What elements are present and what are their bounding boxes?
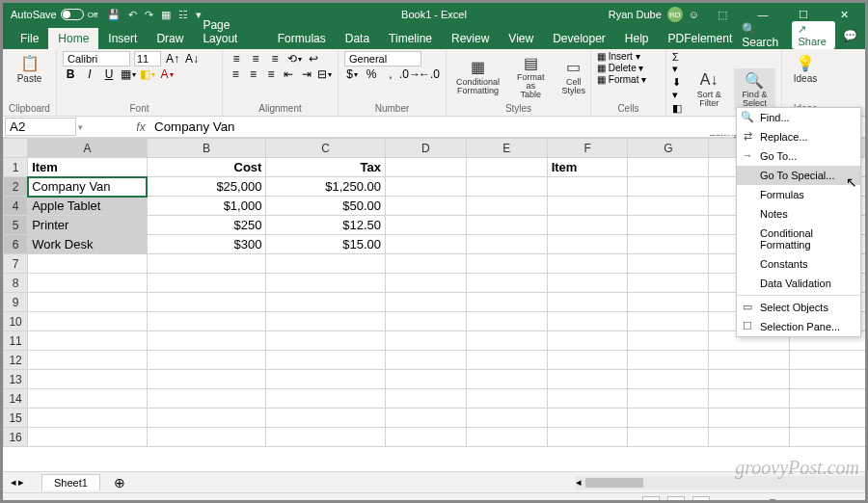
row-header-7[interactable]: 7 <box>4 254 28 274</box>
menu-item-select-objects[interactable]: ▭Select Objects <box>737 298 860 317</box>
cell-F7[interactable] <box>547 254 628 274</box>
cell-F2[interactable] <box>547 177 628 197</box>
fx-icon[interactable]: fx <box>131 120 150 134</box>
row-header-8[interactable]: 8 <box>4 274 28 293</box>
display-settings-button[interactable]: 🖥 Display Settings <box>545 498 635 504</box>
cell-C9[interactable] <box>266 293 386 312</box>
cell-F11[interactable] <box>547 331 628 351</box>
cell-C14[interactable] <box>266 389 386 409</box>
cell-C1[interactable]: Tax <box>266 158 386 177</box>
cell-F10[interactable] <box>547 312 628 331</box>
cell-D10[interactable] <box>386 312 467 331</box>
menu-item-formulas[interactable]: Formulas <box>737 185 860 204</box>
cell-I12[interactable] <box>790 351 865 370</box>
add-sheet-button[interactable]: ⊕ <box>102 473 137 492</box>
cell-styles-button[interactable]: ▭Cell Styles <box>558 56 590 97</box>
cell-D8[interactable] <box>386 274 467 293</box>
cell-F1[interactable]: Item <box>547 158 628 177</box>
view-layout-icon[interactable] <box>667 496 685 504</box>
search-button[interactable]: 🔍 Search <box>742 22 784 49</box>
bold-icon[interactable]: B <box>63 66 78 82</box>
view-break-icon[interactable] <box>692 496 710 504</box>
cell-A6[interactable]: Work Desk <box>28 235 148 254</box>
tab-help[interactable]: Help <box>615 28 659 49</box>
qat-more-icon[interactable]: ▾ <box>196 9 202 21</box>
ideas-button[interactable]: 💡Ideas <box>788 51 823 86</box>
fill-color-icon[interactable]: ◧ <box>140 66 155 82</box>
cell-A8[interactable] <box>28 274 148 293</box>
column-header-A[interactable]: A <box>28 139 148 158</box>
row-header-4[interactable]: 4 <box>4 197 28 216</box>
close-icon[interactable]: ✕ <box>827 9 861 21</box>
increase-decimal-icon[interactable]: .0→ <box>402 66 418 82</box>
cell-E13[interactable] <box>466 370 547 389</box>
cell-E8[interactable] <box>466 274 547 293</box>
insert-cells-button[interactable]: ▦ Insert ▾ <box>597 51 660 62</box>
border-icon[interactable]: ▦ <box>121 66 136 82</box>
qat-icon[interactable]: ▦ <box>161 9 171 21</box>
redo-icon[interactable]: ↷ <box>145 9 153 21</box>
tab-home[interactable]: Home <box>48 28 98 49</box>
menu-item-go-to[interactable]: →Go To... <box>737 146 860 166</box>
user-avatar[interactable]: RD <box>667 7 683 22</box>
cell-B5[interactable]: $250 <box>147 216 266 235</box>
format-cells-button[interactable]: ▦ Format ▾ <box>597 74 660 85</box>
tab-formulas[interactable]: Formulas <box>268 28 336 49</box>
cell-F16[interactable] <box>547 428 628 447</box>
cell-E6[interactable] <box>466 235 547 254</box>
cell-H14[interactable] <box>709 389 790 409</box>
cell-A11[interactable] <box>28 331 148 351</box>
cell-F14[interactable] <box>547 389 628 409</box>
cell-A1[interactable]: Item <box>28 158 148 177</box>
cell-C7[interactable] <box>266 254 386 274</box>
cell-D11[interactable] <box>386 331 467 351</box>
cell-G9[interactable] <box>628 293 709 312</box>
cell-E9[interactable] <box>466 293 547 312</box>
cell-C6[interactable]: $15.00 <box>266 235 386 254</box>
row-header-1[interactable]: 1 <box>4 158 28 177</box>
align-bottom-icon[interactable]: ≡ <box>267 51 283 66</box>
cell-A7[interactable] <box>28 254 148 274</box>
cell-B8[interactable] <box>147 274 266 293</box>
cell-C12[interactable] <box>266 351 386 370</box>
comments-icon[interactable]: 💬 <box>843 29 857 42</box>
increase-indent-icon[interactable]: ⇥ <box>300 66 313 82</box>
undo-icon[interactable]: ↶ <box>128 9 137 21</box>
sheet-next-icon[interactable]: ▸ <box>18 476 24 489</box>
cell-G10[interactable] <box>628 312 709 331</box>
cell-A4[interactable]: Apple Tablet <box>28 197 148 216</box>
cell-E1[interactable] <box>466 158 547 177</box>
cell-E5[interactable] <box>466 216 547 235</box>
cell-A13[interactable] <box>28 370 148 389</box>
cell-H12[interactable] <box>709 351 790 370</box>
menu-item-conditional-formatting[interactable]: Conditional Formatting <box>737 224 860 254</box>
find-select-button[interactable]: 🔍Find & Select <box>734 68 775 110</box>
cell-G4[interactable] <box>628 197 709 216</box>
sheet-tab[interactable]: Sheet1 <box>41 474 100 490</box>
align-right-icon[interactable]: ≡ <box>264 66 278 82</box>
tab-draw[interactable]: Draw <box>147 28 193 49</box>
horizontal-scrollbar[interactable]: ◂ <box>576 476 865 490</box>
decrease-indent-icon[interactable]: ⇤ <box>282 66 295 82</box>
save-icon[interactable]: 💾 <box>107 9 121 21</box>
cell-C16[interactable] <box>266 428 386 447</box>
paste-button[interactable]: 📋 Paste <box>9 51 50 86</box>
cell-I14[interactable] <box>790 389 865 409</box>
cell-D12[interactable] <box>386 351 467 370</box>
cell-D6[interactable] <box>386 235 467 254</box>
cell-B1[interactable]: Cost <box>147 158 266 177</box>
cell-I16[interactable] <box>790 428 865 447</box>
align-top-icon[interactable]: ≡ <box>229 51 244 66</box>
cell-A15[interactable] <box>28 409 148 428</box>
cell-I15[interactable] <box>790 409 865 428</box>
percent-icon[interactable]: % <box>364 66 379 82</box>
column-header-G[interactable]: G <box>628 139 709 158</box>
tab-data[interactable]: Data <box>336 28 379 49</box>
cell-G8[interactable] <box>628 274 709 293</box>
cell-C13[interactable] <box>266 370 386 389</box>
row-header-12[interactable]: 12 <box>4 351 28 370</box>
cell-E2[interactable] <box>466 177 547 197</box>
cell-F5[interactable] <box>547 216 628 235</box>
row-header-15[interactable]: 15 <box>4 409 28 428</box>
cell-G2[interactable] <box>628 177 709 197</box>
